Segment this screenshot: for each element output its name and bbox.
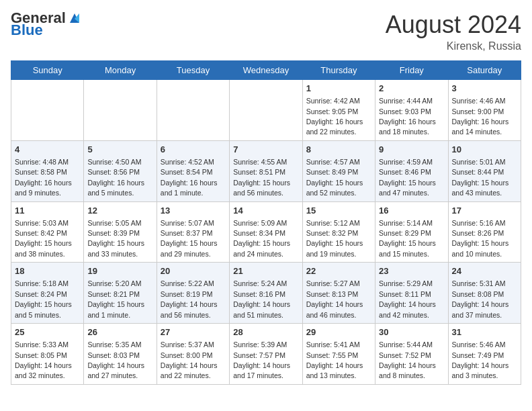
day-number: 28	[233, 326, 298, 338]
calendar-cell: 15Sunrise: 5:12 AM Sunset: 8:32 PM Dayli…	[302, 201, 375, 263]
calendar-cell	[230, 80, 302, 141]
calendar-cell: 21Sunrise: 5:24 AM Sunset: 8:16 PM Dayli…	[230, 263, 302, 324]
day-number: 20	[161, 265, 226, 277]
day-info: Sunrise: 4:46 AM Sunset: 9:00 PM Dayligh…	[452, 97, 509, 136]
day-number: 8	[306, 144, 371, 156]
day-info: Sunrise: 4:48 AM Sunset: 8:58 PM Dayligh…	[15, 158, 72, 197]
page-header: General Blue August 2024 Kirensk, Russia	[11, 11, 521, 52]
day-info: Sunrise: 5:12 AM Sunset: 8:32 PM Dayligh…	[306, 219, 363, 258]
calendar-cell: 14Sunrise: 5:09 AM Sunset: 8:34 PM Dayli…	[230, 201, 302, 263]
day-number: 15	[306, 205, 371, 217]
day-number: 9	[379, 144, 444, 156]
day-number: 7	[233, 144, 298, 156]
calendar-cell: 20Sunrise: 5:22 AM Sunset: 8:19 PM Dayli…	[157, 263, 229, 324]
month-year: August 2024	[386, 11, 521, 39]
day-info: Sunrise: 5:05 AM Sunset: 8:39 PM Dayligh…	[87, 219, 144, 258]
day-info: Sunrise: 5:29 AM Sunset: 8:11 PM Dayligh…	[379, 279, 436, 318]
calendar-cell: 5Sunrise: 4:50 AM Sunset: 8:56 PM Daylig…	[84, 140, 157, 201]
day-info: Sunrise: 4:52 AM Sunset: 8:54 PM Dayligh…	[161, 158, 218, 197]
calendar-cell: 16Sunrise: 5:14 AM Sunset: 8:29 PM Dayli…	[375, 201, 448, 263]
calendar-week-2: 4Sunrise: 4:48 AM Sunset: 8:58 PM Daylig…	[11, 140, 521, 201]
logo-icon	[67, 11, 82, 26]
day-of-week-tuesday: Tuesday	[157, 61, 229, 80]
day-number: 14	[233, 205, 298, 217]
calendar-cell: 30Sunrise: 5:44 AM Sunset: 7:52 PM Dayli…	[375, 324, 448, 385]
calendar-table: SundayMondayTuesdayWednesdayThursdayFrid…	[11, 60, 521, 385]
calendar-cell: 19Sunrise: 5:20 AM Sunset: 8:21 PM Dayli…	[84, 263, 157, 324]
day-info: Sunrise: 5:44 AM Sunset: 7:52 PM Dayligh…	[379, 340, 436, 379]
day-info: Sunrise: 4:50 AM Sunset: 8:56 PM Dayligh…	[87, 158, 144, 197]
location: Kirensk, Russia	[386, 40, 521, 52]
day-number: 16	[379, 205, 444, 217]
calendar-cell: 8Sunrise: 4:57 AM Sunset: 8:49 PM Daylig…	[302, 140, 375, 201]
calendar-cell: 24Sunrise: 5:31 AM Sunset: 8:08 PM Dayli…	[448, 263, 521, 324]
day-number: 13	[161, 205, 226, 217]
calendar-cell	[157, 80, 229, 141]
day-number: 5	[87, 144, 152, 156]
calendar-cell: 27Sunrise: 5:37 AM Sunset: 8:00 PM Dayli…	[157, 324, 229, 385]
calendar-cell: 29Sunrise: 5:41 AM Sunset: 7:55 PM Dayli…	[302, 324, 375, 385]
day-number: 21	[233, 265, 298, 277]
day-info: Sunrise: 4:55 AM Sunset: 8:51 PM Dayligh…	[233, 158, 290, 197]
calendar-cell: 4Sunrise: 4:48 AM Sunset: 8:58 PM Daylig…	[11, 140, 84, 201]
calendar-week-1: 1Sunrise: 4:42 AM Sunset: 9:05 PM Daylig…	[11, 80, 521, 141]
day-number: 18	[15, 265, 80, 277]
calendar-cell: 12Sunrise: 5:05 AM Sunset: 8:39 PM Dayli…	[84, 201, 157, 263]
calendar-cell: 25Sunrise: 5:33 AM Sunset: 8:05 PM Dayli…	[11, 324, 84, 385]
logo: General Blue	[11, 11, 82, 38]
calendar-cell: 31Sunrise: 5:46 AM Sunset: 7:49 PM Dayli…	[448, 324, 521, 385]
day-info: Sunrise: 5:22 AM Sunset: 8:19 PM Dayligh…	[161, 279, 218, 318]
day-info: Sunrise: 5:27 AM Sunset: 8:13 PM Dayligh…	[306, 279, 363, 318]
day-number: 23	[379, 265, 444, 277]
calendar-cell: 7Sunrise: 4:55 AM Sunset: 8:51 PM Daylig…	[230, 140, 302, 201]
day-number: 3	[452, 83, 517, 95]
day-info: Sunrise: 5:24 AM Sunset: 8:16 PM Dayligh…	[233, 279, 290, 318]
logo-blue: Blue	[11, 23, 43, 38]
day-info: Sunrise: 4:44 AM Sunset: 9:03 PM Dayligh…	[379, 97, 436, 136]
day-number: 19	[87, 265, 152, 277]
day-number: 2	[379, 83, 444, 95]
calendar-cell: 1Sunrise: 4:42 AM Sunset: 9:05 PM Daylig…	[302, 80, 375, 141]
day-number: 31	[452, 326, 517, 338]
day-of-week-monday: Monday	[84, 61, 157, 80]
day-of-week-friday: Friday	[375, 61, 448, 80]
calendar-cell: 18Sunrise: 5:18 AM Sunset: 8:24 PM Dayli…	[11, 263, 84, 324]
calendar-cell: 23Sunrise: 5:29 AM Sunset: 8:11 PM Dayli…	[375, 263, 448, 324]
day-number: 24	[452, 265, 517, 277]
calendar-cell: 2Sunrise: 4:44 AM Sunset: 9:03 PM Daylig…	[375, 80, 448, 141]
calendar-cell: 6Sunrise: 4:52 AM Sunset: 8:54 PM Daylig…	[157, 140, 229, 201]
day-info: Sunrise: 5:16 AM Sunset: 8:26 PM Dayligh…	[452, 219, 509, 258]
day-info: Sunrise: 4:42 AM Sunset: 9:05 PM Dayligh…	[306, 97, 363, 136]
day-info: Sunrise: 5:33 AM Sunset: 8:05 PM Dayligh…	[15, 340, 72, 379]
day-number: 12	[87, 205, 152, 217]
day-number: 4	[15, 144, 80, 156]
calendar-cell: 3Sunrise: 4:46 AM Sunset: 9:00 PM Daylig…	[448, 80, 521, 141]
day-number: 10	[452, 144, 517, 156]
calendar-cell: 9Sunrise: 4:59 AM Sunset: 8:46 PM Daylig…	[375, 140, 448, 201]
day-of-week-saturday: Saturday	[448, 61, 521, 80]
day-info: Sunrise: 5:46 AM Sunset: 7:49 PM Dayligh…	[452, 340, 509, 379]
day-number: 25	[15, 326, 80, 338]
calendar-header-row: SundayMondayTuesdayWednesdayThursdayFrid…	[11, 61, 521, 80]
calendar-cell: 26Sunrise: 5:35 AM Sunset: 8:03 PM Dayli…	[84, 324, 157, 385]
day-info: Sunrise: 5:37 AM Sunset: 8:00 PM Dayligh…	[161, 340, 218, 379]
calendar-week-3: 11Sunrise: 5:03 AM Sunset: 8:42 PM Dayli…	[11, 201, 521, 263]
day-info: Sunrise: 5:09 AM Sunset: 8:34 PM Dayligh…	[233, 219, 290, 258]
day-number: 22	[306, 265, 371, 277]
day-of-week-thursday: Thursday	[302, 61, 375, 80]
calendar-cell: 10Sunrise: 5:01 AM Sunset: 8:44 PM Dayli…	[448, 140, 521, 201]
day-info: Sunrise: 5:18 AM Sunset: 8:24 PM Dayligh…	[15, 279, 72, 318]
day-info: Sunrise: 5:01 AM Sunset: 8:44 PM Dayligh…	[452, 158, 509, 197]
day-info: Sunrise: 5:20 AM Sunset: 8:21 PM Dayligh…	[87, 279, 144, 318]
day-info: Sunrise: 5:41 AM Sunset: 7:55 PM Dayligh…	[306, 340, 363, 379]
calendar-cell	[11, 80, 84, 141]
day-info: Sunrise: 5:31 AM Sunset: 8:08 PM Dayligh…	[452, 279, 509, 318]
title-area: August 2024 Kirensk, Russia	[386, 11, 521, 52]
calendar-week-4: 18Sunrise: 5:18 AM Sunset: 8:24 PM Dayli…	[11, 263, 521, 324]
day-info: Sunrise: 5:39 AM Sunset: 7:57 PM Dayligh…	[233, 340, 290, 379]
calendar-cell: 17Sunrise: 5:16 AM Sunset: 8:26 PM Dayli…	[448, 201, 521, 263]
calendar-cell: 22Sunrise: 5:27 AM Sunset: 8:13 PM Dayli…	[302, 263, 375, 324]
day-number: 11	[15, 205, 80, 217]
day-number: 29	[306, 326, 371, 338]
day-number: 26	[87, 326, 152, 338]
